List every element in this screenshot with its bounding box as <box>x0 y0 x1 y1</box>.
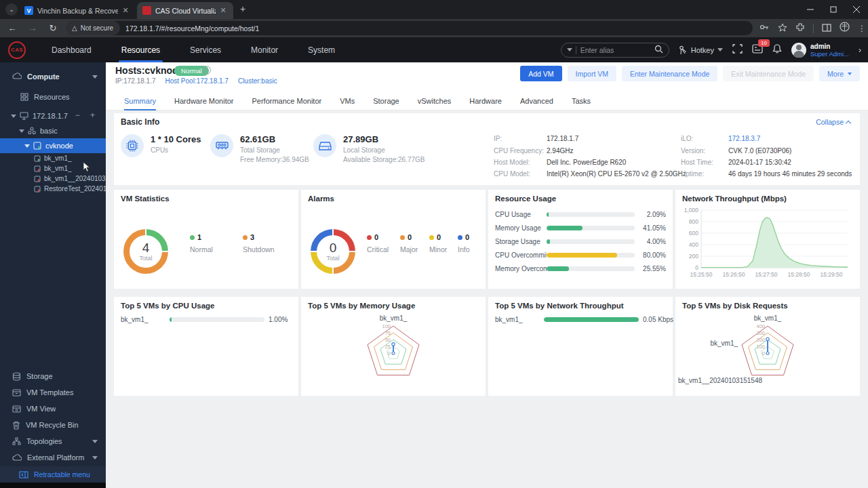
cpu-chip-icon <box>121 134 144 157</box>
search-icon[interactable] <box>654 44 663 56</box>
forward-button[interactable]: → <box>24 20 41 37</box>
svg-text:15:29:50: 15:29:50 <box>820 271 842 278</box>
topology-icon <box>12 437 21 445</box>
close-window-button[interactable] <box>845 0 868 19</box>
svg-text:25: 25 <box>385 344 391 350</box>
add-vm-button[interactable]: Add VM <box>520 66 561 81</box>
sidebar-item-resources[interactable]: Resources <box>0 89 106 104</box>
browser-tab-title: Vinchin Backup & Recovery <box>37 7 118 15</box>
memory-label: Total Storage <box>240 146 309 154</box>
tab-hardware[interactable]: Hardware <box>469 92 502 110</box>
usage-row-memory-overcommit: Memory Overcom... 25.55% <box>495 264 666 273</box>
task-center-button[interactable]: 10 <box>752 44 763 56</box>
alarms-donut-chart: 0Total <box>311 229 355 274</box>
browser-tab-title: CAS Cloud Virtualization Mar <box>155 7 216 15</box>
sidebar-item-vm-view[interactable]: VM View <box>0 401 106 416</box>
expand-caret-icon[interactable] <box>24 144 30 148</box>
maximize-button[interactable] <box>822 0 845 19</box>
storage-value: 27.89GB <box>343 134 425 144</box>
tab-vms[interactable]: VMs <box>340 92 355 110</box>
enter-maintenance-button[interactable]: Enter Maintenance Mode <box>622 66 717 81</box>
import-vm-button[interactable]: Import VM <box>568 66 616 81</box>
fullscreen-icon[interactable] <box>732 44 743 56</box>
sidebar-item-vm-recycle-bin[interactable]: VM Recycle Bin <box>0 418 106 432</box>
close-tab-icon[interactable]: ✕ <box>121 6 130 16</box>
nav-item-dashboard[interactable]: Dashboard <box>37 37 106 62</box>
basic-info-card: Basic Info Collapse 1 * 10 Cores CPUs 62… <box>114 113 860 185</box>
hotkey-menu[interactable]: Hotkey <box>679 45 723 55</box>
sidebar-item-external-platform[interactable]: External Platform <box>0 450 106 465</box>
tree-zoom-controls[interactable]: − + <box>75 110 99 120</box>
toolbar-divider <box>813 24 814 33</box>
detail-ilo: iLO:172.18.3.7 <box>681 135 760 142</box>
legend-critical: 0 Critical <box>367 233 389 253</box>
alias-search-box[interactable] <box>561 43 669 58</box>
collapse-link[interactable]: Collapse <box>816 118 850 126</box>
bookmark-star-icon[interactable] <box>778 22 787 35</box>
minimize-button[interactable] <box>799 0 822 19</box>
tree-node-cluster[interactable]: basic <box>0 123 106 138</box>
sidebar-section-compute[interactable]: Compute <box>0 69 106 84</box>
nav-item-monitor[interactable]: Monitor <box>236 37 293 62</box>
browser-menu-icon[interactable]: ⋮ <box>858 24 866 33</box>
tab-tasks[interactable]: Tasks <box>572 92 591 110</box>
tab-advanced[interactable]: Advanced <box>520 92 553 110</box>
resources-grid-icon <box>20 93 28 101</box>
retractable-menu-button[interactable]: Retractable menu <box>0 466 106 483</box>
host-pool-link[interactable]: Host Pool:172.18.1.7 <box>165 77 229 85</box>
expand-caret-icon[interactable] <box>11 115 16 118</box>
close-tab-icon[interactable]: ✕ <box>218 6 228 16</box>
browser-tab-vinchin[interactable]: V Vinchin Backup & Recovery ✕ <box>19 2 136 19</box>
new-tab-button[interactable]: + <box>237 4 248 15</box>
more-button[interactable]: More <box>819 66 860 81</box>
card-title: Resource Usage <box>495 195 556 203</box>
side-panel-icon[interactable] <box>822 22 831 35</box>
nav-item-system[interactable]: System <box>293 37 350 62</box>
resource-usage-card: Resource Usage CPU Usage 2.09% Memory Us… <box>488 190 673 289</box>
nav-expand-chevron-icon[interactable]: › <box>859 45 861 55</box>
back-button[interactable]: ← <box>4 20 20 37</box>
browser-toolbar: ← → ↻ △Not secure 172.18.1.7/#/resourceM… <box>0 19 868 37</box>
help-icon[interactable]: ? <box>202 66 211 75</box>
exit-maintenance-button: Exit Maintenance Mode <box>723 66 814 81</box>
search-scope-caret-icon[interactable] <box>567 48 572 52</box>
tab-storage[interactable]: Storage <box>373 92 399 110</box>
tab-hardware-monitor[interactable]: Hardware Monitor <box>174 92 233 110</box>
card-title: Top 5 VMs by CPU Usage <box>121 302 214 310</box>
notification-bell-icon[interactable] <box>772 43 782 56</box>
nav-item-resources[interactable]: Resources <box>106 37 175 62</box>
svg-text:50: 50 <box>385 337 391 343</box>
browser-tab-cas[interactable]: CAS Cloud Virtualization Mar ✕ <box>137 2 233 19</box>
password-key-icon[interactable] <box>760 22 770 35</box>
sidebar-item-topologies[interactable]: Topologies <box>0 434 106 449</box>
tree-node-host-pool[interactable]: 172.18.1.7 − + <box>0 108 106 123</box>
nav-item-services[interactable]: Services <box>175 37 236 62</box>
chevron-down-icon[interactable] <box>92 440 98 443</box>
reload-button[interactable]: ↻ <box>45 20 61 37</box>
tab-summary[interactable]: Summary <box>124 92 156 110</box>
storage-label: Local Storage <box>343 146 425 154</box>
profile-icon[interactable] <box>840 22 850 35</box>
sidebar-item-vm-templates[interactable]: VM Templates <box>0 385 106 400</box>
memory-icon <box>210 134 233 157</box>
address-bar[interactable]: △Not secure 172.18.1.7/#/resourceMng/com… <box>66 21 753 35</box>
alias-search-input[interactable] <box>580 46 654 54</box>
chevron-down-icon[interactable] <box>92 75 98 79</box>
extensions-icon[interactable] <box>795 22 805 35</box>
user-menu[interactable]: admin Super Admi... <box>791 43 849 58</box>
sidebar-item-storage[interactable]: Storage <box>0 369 106 384</box>
expand-caret-icon[interactable] <box>19 129 24 133</box>
cluster-link[interactable]: Cluster:basic <box>238 77 277 85</box>
host-tabs: Summary Hardware Monitor Performance Mon… <box>106 92 868 110</box>
storage-icon <box>12 372 21 381</box>
vinchin-favicon: V <box>24 6 33 15</box>
chevron-down-icon[interactable] <box>92 456 98 460</box>
tab-performance-monitor[interactable]: Performance Monitor <box>252 92 321 110</box>
ilo-link[interactable]: 172.18.3.7 <box>728 135 760 142</box>
security-chip[interactable]: △Not secure <box>66 21 120 35</box>
tree-node-host-cvknode[interactable]: cvknode <box>0 138 106 153</box>
tab-search-button[interactable]: ⌄ <box>5 3 18 16</box>
legend-minor: 0 Minor <box>429 233 447 253</box>
tree-node-vm[interactable]: RestoreTest_20240117... <box>0 184 106 194</box>
tab-vswitches[interactable]: vSwitches <box>418 92 452 110</box>
